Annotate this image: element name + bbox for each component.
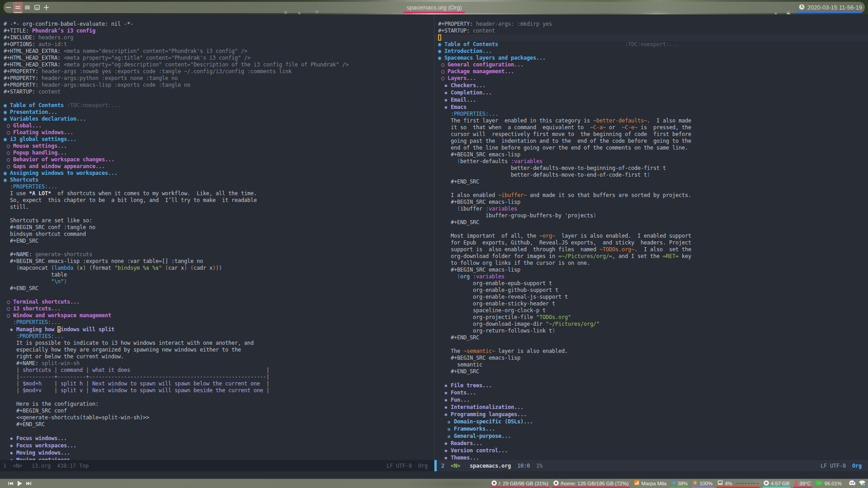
text-run: %s <box>143 265 149 271</box>
buffer-line: #+END_SRC <box>438 334 868 341</box>
text-run: #+END_SRC <box>4 421 45 427</box>
text-run: Moving containers... <box>13 457 80 460</box>
workspace-button-4[interactable] <box>32 2 42 13</box>
text-run: Moving windows... <box>13 450 70 456</box>
text-run: #+NAME: <box>4 360 42 366</box>
text-run: ~org~ <box>539 233 555 239</box>
text-run: Fonts... <box>448 389 476 396</box>
buffer-i3-org[interactable]: # -*- org-confirm-babel-evaluate: nil -*… <box>0 14 434 460</box>
text-run <box>73 265 76 271</box>
module-memory[interactable]: 4.57 GB <box>763 479 791 488</box>
text-run: content <box>38 89 61 95</box>
cpu-core-bars <box>736 483 759 484</box>
module-brightness[interactable]: 100% <box>692 479 713 488</box>
module-text: 38% <box>677 481 688 486</box>
module-battery[interactable]: 96.01% <box>815 479 843 488</box>
modeline-right: LF UTF-8 Org <box>387 463 434 469</box>
workspace-button-5[interactable] <box>42 2 51 13</box>
workspace-button-2[interactable] <box>13 2 23 13</box>
module-mpd[interactable]: Marpa Mila <box>633 479 668 488</box>
buffer-line: ○ Floating windows... <box>4 129 434 136</box>
buffer-line: to follow org links if the cursor is on … <box>438 260 868 267</box>
clock-text: 2020-03-15 11-56-19 <box>807 4 862 11</box>
text-run: ◉ <box>438 48 441 55</box>
discord-tray-icon[interactable] <box>849 480 856 486</box>
buffer-line: support is also enabled through files na… <box>438 246 868 253</box>
workspace-button-3[interactable] <box>23 2 32 13</box>
buffer-spacemacs-org[interactable]: #+PROPERTY: header-args: :mkdirp yes#+ST… <box>434 14 868 460</box>
text-run: *A LOT* <box>29 190 51 197</box>
text-run <box>4 450 10 456</box>
text-run: Variables declaration... <box>7 116 86 122</box>
network-tray-icon[interactable]: ts <box>859 480 866 486</box>
text-run: cadr x <box>193 265 212 271</box>
text-run: #+BEGIN_SRC emacs-lisp <box>438 267 520 273</box>
buffer-line: #+BEGIN_SRC emacs-lisp :exports none :va… <box>4 258 434 265</box>
clock-icon <box>799 4 805 12</box>
module-volume[interactable]: 38% <box>670 479 689 488</box>
buffer-line <box>4 292 434 299</box>
buffer-line: spaceline-org-clock-p t <box>438 307 868 314</box>
text-run <box>438 206 457 212</box>
buffer-line: ○ Global... <box>4 122 434 129</box>
text-run: ✿ <box>448 433 451 440</box>
text-run: General-purpose... <box>451 433 511 439</box>
modeline-window-number: 2 <box>441 463 444 469</box>
buffer-line: | $mod+h | split h | Next window to spaw… <box>4 380 434 387</box>
text-run: content <box>473 28 495 34</box>
text-run: ◉ <box>4 136 7 143</box>
text-run: ○ <box>441 61 444 68</box>
buffer-line <box>438 185 868 192</box>
buffer-line: semantic <box>438 361 868 368</box>
buffer-line: right or below the current window. <box>4 353 434 360</box>
clock-segment[interactable]: 2020-03-15 11-56-19 <box>796 2 865 13</box>
text-run: ✱ <box>444 404 448 411</box>
text-run: especially how they are organized by spa… <box>4 347 241 353</box>
buffer-line: ✱ Themes... <box>438 454 868 460</box>
buffer-line: #+OPTIONS: auto-id:t <box>4 41 434 48</box>
text-run: \n <box>54 278 61 285</box>
modeline-encoding: LF UTF-8 <box>387 463 412 469</box>
modeline-buffer-name: i3.org <box>32 463 51 469</box>
buffer-line: #+PROPERTY: header-args:python :exports … <box>4 75 434 82</box>
module-text: 100% <box>699 481 712 486</box>
text-run: ✱ <box>10 450 13 457</box>
text-run: :PROPERTIES:... <box>438 111 498 117</box>
buffer-line: ◉ Presentation... <box>4 109 434 116</box>
module-fs-root[interactable]: /: 29 GB/98 GB (31%) <box>491 479 549 488</box>
buffer-line: end of the line before going over the en… <box>438 145 868 151</box>
play-button[interactable] <box>17 481 22 486</box>
text-run: Phundrak’s i3 config <box>32 28 95 34</box>
text-run: it so that when a command equivalent to <box>438 124 590 131</box>
module-fs-home[interactable]: /home: 126 GB/185 GB (72%) <box>552 479 630 488</box>
buffer-line: ◉ Table of Contents :TOC:noexport:... <box>4 102 434 109</box>
text-run: Focus workspaces... <box>13 442 76 449</box>
buffer-line: ✱ Fun... <box>438 396 868 404</box>
text-run <box>438 34 441 41</box>
text-run: Table of Contents <box>7 102 64 108</box>
next-button[interactable] <box>26 481 31 486</box>
module-cpu[interactable]: 4% <box>717 479 760 488</box>
prev-button[interactable] <box>8 481 13 486</box>
workspace-button-1[interactable] <box>4 2 13 13</box>
text-run: ~better-defaults~ <box>593 117 647 124</box>
buffer-line: going past the indentation and to the en… <box>438 138 868 145</box>
text-run: I also enabled <box>438 192 498 198</box>
text-run <box>438 418 448 425</box>
buffer-line: The first layer enabled in this category… <box>438 117 868 124</box>
buffer-line: #+PROPERTY: header-args :noweb yes :expo… <box>4 68 434 75</box>
text-run: ◉ <box>4 102 7 109</box>
module-text: /: 29 GB/98 GB (31%) <box>499 481 548 486</box>
text-run: ✱ <box>444 89 448 97</box>
buffer-line: #+BEGIN_SRC emacs-lisp <box>438 151 868 158</box>
module-temperature[interactable]: 39°C <box>793 479 811 488</box>
text-run: " <box>51 278 54 285</box>
text-run: support is also enabled through files na… <box>438 246 599 253</box>
text-run: :PROPERTIES:... <box>4 319 61 325</box>
text-run <box>438 382 444 389</box>
text-run: ○ <box>7 129 10 136</box>
text-run: org <box>460 273 473 280</box>
text-run: ( <box>89 265 92 271</box>
buffer-line: org-download folder for images in =~/Pic… <box>438 253 868 260</box>
text-run: " <box>61 278 64 285</box>
